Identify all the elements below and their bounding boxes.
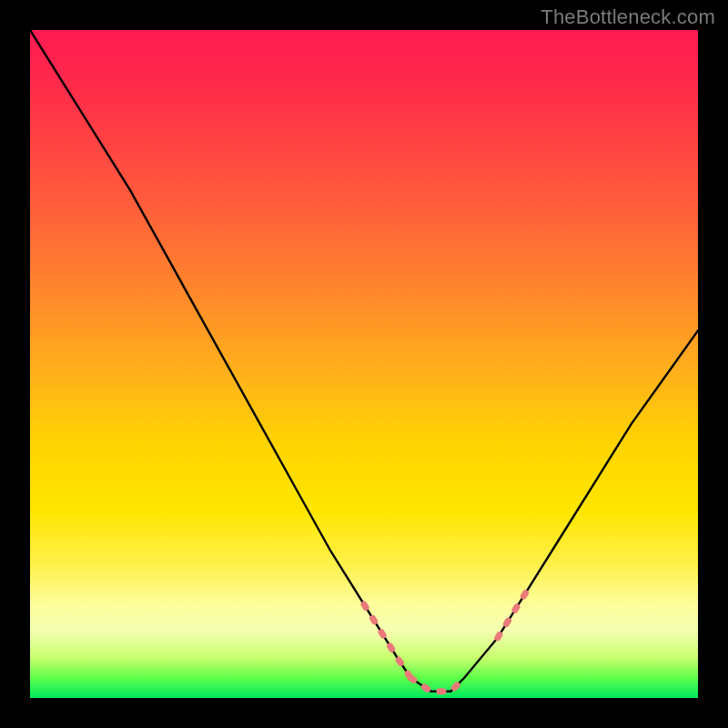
watermark-text: TheBottleneck.com bbox=[541, 5, 715, 29]
chart-frame: TheBottleneck.com bbox=[0, 0, 728, 728]
bottleneck-curve bbox=[30, 30, 698, 692]
curve-layer bbox=[30, 30, 698, 698]
dotted-valley-segment bbox=[410, 678, 464, 692]
plot-area bbox=[30, 30, 698, 698]
